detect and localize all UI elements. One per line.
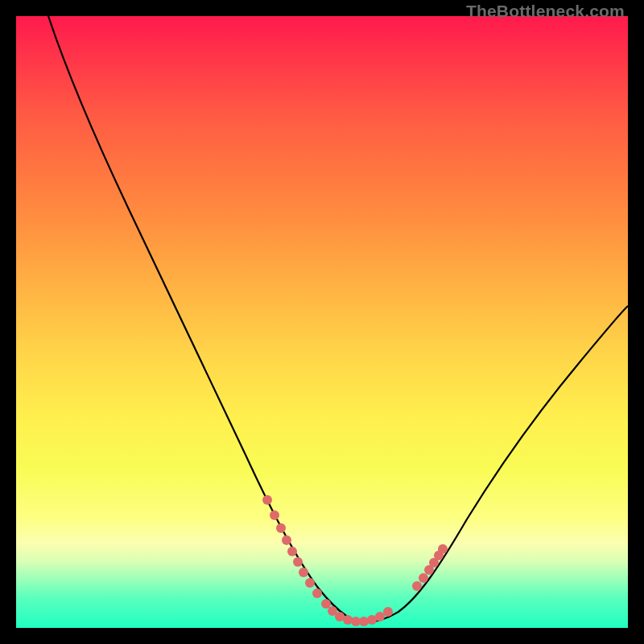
- svg-point-4: [287, 547, 297, 556]
- watermark-text: TheBottleneck.com: [466, 2, 625, 21]
- svg-point-14: [359, 617, 369, 626]
- svg-point-3: [282, 535, 291, 545]
- svg-point-12: [343, 615, 353, 625]
- bottleneck-curve: [16, 16, 628, 628]
- svg-point-23: [438, 544, 448, 554]
- svg-point-5: [293, 557, 303, 567]
- svg-point-6: [299, 568, 308, 577]
- plot-area: [16, 16, 628, 628]
- svg-point-1: [270, 510, 279, 520]
- svg-point-0: [262, 495, 272, 505]
- svg-point-8: [312, 588, 322, 598]
- svg-point-18: [412, 581, 422, 591]
- svg-point-19: [419, 573, 428, 583]
- curve-path: [48, 16, 628, 622]
- chart-frame: TheBottleneck.com: [0, 0, 644, 644]
- svg-point-16: [375, 612, 385, 621]
- marker-group: [262, 495, 448, 626]
- svg-point-2: [276, 523, 286, 533]
- svg-point-9: [321, 599, 331, 609]
- svg-point-7: [305, 578, 315, 588]
- svg-point-17: [383, 607, 393, 617]
